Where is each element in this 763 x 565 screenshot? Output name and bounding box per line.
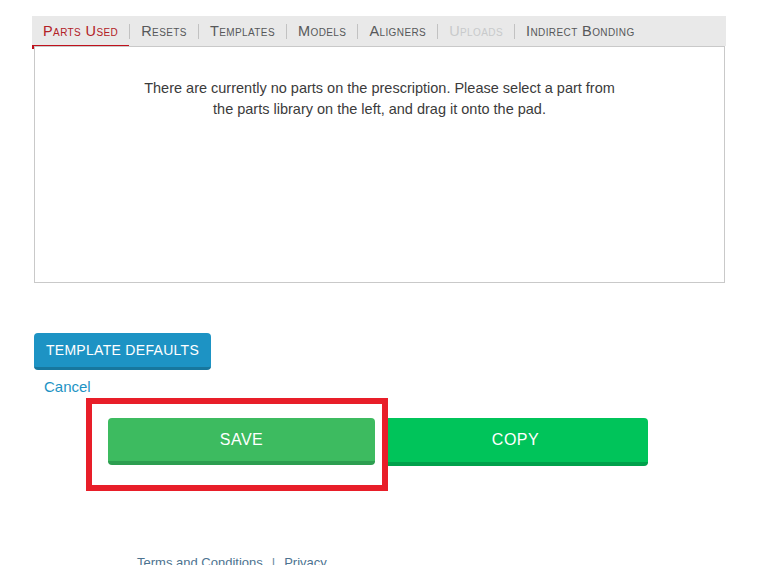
tab-label: Uploads	[449, 23, 503, 39]
parts-panel: There are currently no parts on the pres…	[34, 46, 725, 283]
tab-parts-used[interactable]: Parts Used	[32, 16, 129, 46]
cancel-link[interactable]: Cancel	[44, 378, 91, 395]
tab-indirect-bonding[interactable]: Indirect Bonding	[515, 16, 646, 46]
empty-message-line1: There are currently no parts on the pres…	[35, 78, 724, 99]
copy-button[interactable]: COPY	[383, 418, 648, 466]
page: Parts Used Resets Templates Models Align…	[0, 0, 763, 565]
save-button[interactable]: SAVE	[108, 418, 375, 465]
footer: Terms and Conditions|Privacy	[137, 555, 327, 565]
tab-label: Aligners	[369, 23, 426, 39]
tab-label: Models	[298, 23, 346, 39]
tab-label: Parts Used	[43, 23, 118, 39]
tab-uploads: Uploads	[438, 16, 514, 46]
empty-state-message: There are currently no parts on the pres…	[35, 78, 724, 120]
terms-and-conditions-link[interactable]: Terms and Conditions	[137, 555, 263, 565]
tab-resets[interactable]: Resets	[130, 16, 198, 46]
template-defaults-button[interactable]: TEMPLATE DEFAULTS	[34, 333, 211, 370]
tab-label: Templates	[210, 23, 275, 39]
tab-bar: Parts Used Resets Templates Models Align…	[32, 16, 726, 46]
empty-message-line2: the parts library on the left, and drag …	[35, 99, 724, 120]
tab-label: Indirect Bonding	[526, 23, 635, 39]
tab-aligners[interactable]: Aligners	[358, 16, 437, 46]
footer-separator: |	[272, 555, 275, 565]
tab-templates[interactable]: Templates	[199, 16, 286, 46]
privacy-link[interactable]: Privacy	[284, 555, 327, 565]
tab-label: Resets	[141, 23, 187, 39]
tab-models[interactable]: Models	[287, 16, 357, 46]
